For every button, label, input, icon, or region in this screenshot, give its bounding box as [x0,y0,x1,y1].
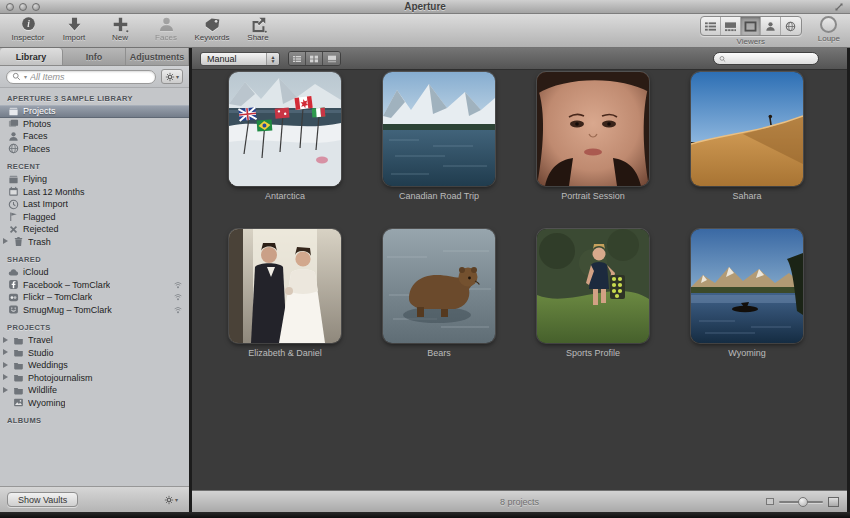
sidebar-item-facebook[interactable]: Facebook – TomClark [0,279,189,292]
sidebar-item-studio[interactable]: Studio [0,347,189,360]
disclosure-triangle-icon[interactable] [2,349,9,356]
places-view-button[interactable] [781,17,801,35]
inspector-icon [19,16,38,33]
browser-search-input[interactable] [729,54,813,64]
project-thumbnail-canadian-road-trip[interactable] [383,72,495,186]
project-thumbnail-sahara[interactable] [691,72,803,186]
project-image-icon [13,397,24,408]
project-canadian-road-trip[interactable]: Canadian Road Trip [383,72,495,201]
keywords-icon [203,16,222,33]
sidebar-search-input[interactable] [30,72,150,82]
project-antarctica[interactable]: Antarctica [229,72,341,201]
disclosure-triangle-icon[interactable] [2,387,9,394]
sidebar-item-rejected[interactable]: Rejected [0,223,189,236]
search-icon [12,72,21,81]
project-sahara[interactable]: Sahara [691,72,803,201]
viewers-segmented-control [700,16,802,36]
sidebar-item-trash[interactable]: Trash [0,236,189,249]
new-button[interactable]: New [100,14,140,47]
photos-icon [8,118,19,129]
show-vaults-button[interactable]: Show Vaults [7,492,78,507]
zoom-slider[interactable] [779,501,823,503]
viewer-view-button[interactable] [741,17,761,35]
sidebar-item-wyoming[interactable]: Wyoming [0,397,189,410]
view-option-list-button[interactable] [289,52,306,65]
project-thumbnail-wyoming[interactable] [691,229,803,343]
tab-info[interactable]: Info [63,48,126,65]
disclosure-triangle-icon[interactable] [2,337,9,344]
import-icon [65,16,84,33]
import-button[interactable]: Import [54,14,94,47]
faces-button: Faces [146,14,186,47]
sidebar-bottom-bar: Show Vaults ▾ [0,486,189,512]
project-count: 8 projects [500,497,539,507]
share-button[interactable]: Share [238,14,278,47]
project-sports-profile[interactable]: Sports Profile [537,229,649,358]
project-name: Sports Profile [566,348,620,358]
sidebar-item-travel[interactable]: Travel [0,334,189,347]
sidebar-item-weddings[interactable]: Weddings [0,359,189,372]
sidebar-item-icloud[interactable]: iCloud [0,266,189,279]
main-toolbar: Inspector Import New Faces Keywords Shar… [0,14,850,48]
view-option-grid-button[interactable] [306,52,323,65]
project-elizabeth-daniel[interactable]: Elizabeth & Daniel [229,229,341,358]
view-option-split-button[interactable] [323,52,340,65]
folder-icon [13,335,24,346]
search-scope-arrow-icon[interactable]: ▾ [24,73,27,80]
sidebar-item-projects[interactable]: Projects [0,105,189,118]
sidebar-item-wildlife[interactable]: Wildlife [0,384,189,397]
project-grid: Antarctica [192,70,847,490]
browser-view-icon [724,21,737,32]
tab-adjustments[interactable]: Adjustments [126,48,189,65]
new-icon [111,16,130,33]
project-thumbnail-antarctica[interactable] [229,72,341,186]
sidebar-item-photojournalism[interactable]: Photojournalism [0,372,189,385]
sidebar-item-faces[interactable]: Faces [0,130,189,143]
faces-label: Faces [155,33,177,42]
inspector-button[interactable]: Inspector [8,14,48,47]
thumbnail-zoom-control [766,497,839,507]
project-thumbnail-sports-profile[interactable] [537,229,649,343]
gear-icon [164,495,174,505]
project-thumbnail-bears[interactable] [383,229,495,343]
sidebar-item-flying[interactable]: Flying [0,173,189,186]
sidebar-item-flagged[interactable]: Flagged [0,211,189,224]
disclosure-triangle-icon[interactable] [2,362,9,369]
vault-action-menu-button[interactable]: ▾ [160,492,182,507]
keywords-label: Keywords [194,33,229,42]
project-bears[interactable]: Bears [383,229,495,358]
disclosure-triangle-icon[interactable] [2,374,9,381]
sidebar-action-menu-button[interactable]: ▾ [161,69,183,84]
inspector-tabs: Library Info Adjustments [0,48,189,66]
fullscreen-icon[interactable] [834,2,844,12]
sidebar-search-field[interactable]: ▾ [6,70,156,84]
trash-icon [13,236,24,247]
project-thumbnail-elizabeth-daniel[interactable] [229,229,341,343]
browser-search-field[interactable] [713,52,819,65]
zoom-slider-knob[interactable] [798,497,808,507]
sidebar-item-last-import[interactable]: Last Import [0,198,189,211]
sidebar-item-last-12-months[interactable]: Last 12 Months [0,186,189,199]
project-thumbnail-portrait-session[interactable] [537,72,649,186]
faces-view-button[interactable] [761,17,781,35]
faces-icon [157,16,176,33]
sidebar-item-places[interactable]: Places [0,143,189,156]
project-name: Elizabeth & Daniel [248,348,322,358]
loupe-button[interactable]: Loupe [818,16,840,43]
browser-view-button[interactable] [721,17,741,35]
sidebar-item-photos[interactable]: Photos [0,118,189,131]
project-portrait-session[interactable]: Portrait Session [537,72,649,201]
tab-library[interactable]: Library [0,48,63,65]
library-sidebar: Library Info Adjustments ▾ ▾ APERTURE 3 … [0,48,192,512]
sort-order-dropdown[interactable]: Manual ▲▼ [200,52,280,66]
project-wyoming[interactable]: Wyoming [691,229,803,358]
keywords-button[interactable]: Keywords [192,14,232,47]
canadian-road-trip-photo [383,72,495,186]
antarctica-photo [229,72,341,186]
list-view-button[interactable] [701,17,721,35]
zoom-out-thumbnail-icon[interactable] [766,498,774,505]
zoom-in-thumbnail-icon[interactable] [828,497,839,507]
sidebar-item-smugmug[interactable]: SmugMug – TomClark [0,304,189,317]
sidebar-item-flickr[interactable]: Flickr – TomClark [0,291,189,304]
disclosure-triangle-icon[interactable] [2,238,9,245]
